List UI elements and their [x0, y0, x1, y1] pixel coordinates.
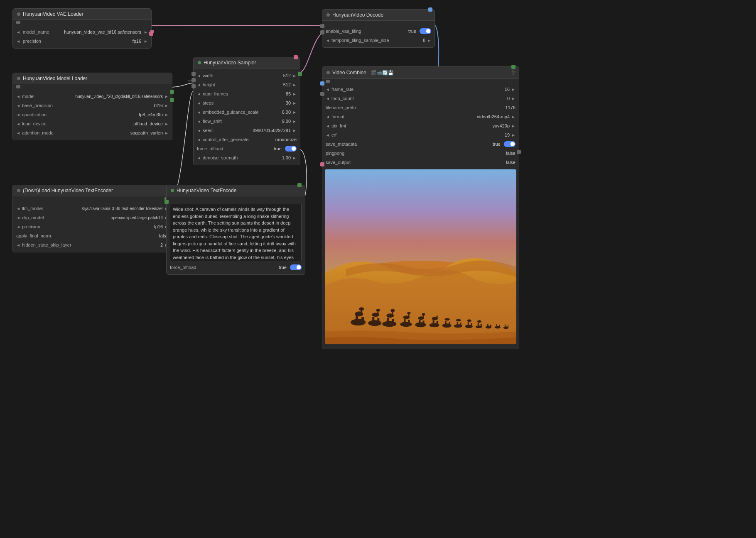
vae-decode-left-2[interactable] — [320, 30, 324, 34]
model-left-arrow[interactable]: ◄ — [16, 94, 20, 99]
svg-rect-34 — [437, 321, 438, 325]
field-quantization: ◄ quantization fp8_e4m3fn ► — [13, 110, 172, 119]
vae-decode-top-right[interactable] — [428, 7, 432, 12]
model-loader-top-connector[interactable] — [16, 85, 20, 88]
denoise-left-arrow[interactable]: ◄ — [197, 156, 201, 160]
crf-left-arrow[interactable]: ◄ — [326, 133, 330, 137]
precision-label: precision — [23, 39, 41, 44]
height-left-arrow[interactable]: ◄ — [197, 83, 201, 87]
pix-fmt-right-arrow[interactable]: ► — [511, 124, 515, 128]
sampler-output-connector[interactable] — [298, 72, 302, 76]
sampler-left-connector-3[interactable] — [191, 84, 196, 88]
vc-left-mid[interactable] — [320, 92, 324, 96]
text-encode-top-right-connector[interactable] — [297, 183, 302, 187]
seed-right-arrow[interactable]: ► — [292, 128, 297, 133]
vc-top-right-out[interactable] — [511, 65, 515, 69]
format-right-arrow[interactable]: ► — [511, 115, 515, 119]
num-frames-right-arrow[interactable]: ► — [292, 92, 297, 96]
steps-left-arrow[interactable]: ◄ — [197, 101, 201, 105]
svg-rect-42 — [457, 322, 458, 326]
base-precision-left-arrow[interactable]: ◄ — [16, 103, 20, 108]
field-te-precision: ◄ precision fp16 ► — [13, 222, 172, 231]
model-name-value: hunyuan_video_vae_bf16.safetensors — [51, 29, 142, 34]
base-precision-right-arrow[interactable]: ► — [164, 103, 169, 108]
model-name-right-arrow[interactable]: ► — [144, 30, 148, 34]
model-label: model — [22, 94, 34, 99]
force-offload-toggle[interactable] — [285, 146, 297, 152]
prompt-text[interactable]: Wide shot: A caravan of camels winds its… — [170, 203, 302, 261]
field-control-after: ◄ control_after_generate randomize — [194, 135, 300, 144]
precision-right-arrow[interactable]: ► — [144, 39, 148, 44]
svg-point-31 — [422, 313, 425, 315]
model-name-left-arrow[interactable]: ◄ — [16, 30, 20, 34]
vc-right-out[interactable] — [517, 150, 521, 154]
quant-right-arrow[interactable]: ► — [164, 112, 169, 117]
model-right-arrow[interactable]: ► — [164, 94, 169, 99]
crf-right-arrow[interactable]: ► — [511, 133, 515, 137]
field-clip-model: ◄ clip_model openai/clip-vit-large-patch… — [13, 213, 172, 222]
temporal-left-arrow[interactable]: ◄ — [326, 38, 330, 43]
vae-loader-top-connector[interactable] — [16, 21, 20, 24]
sampler-top-right-connector[interactable] — [294, 55, 298, 59]
attention-right-arrow[interactable]: ► — [164, 131, 169, 135]
text-encode-text-area[interactable]: Wide shot: A caravan of camels winds its… — [167, 203, 305, 261]
height-right-arrow[interactable]: ► — [292, 83, 297, 87]
field-save-output: save_output false — [322, 158, 519, 167]
field-precision: ◄ precision fp16 ► — [13, 37, 151, 46]
svg-rect-15 — [387, 318, 389, 325]
sampler-left-connector-2[interactable] — [191, 78, 196, 82]
llm-left-arrow[interactable]: ◄ — [16, 206, 20, 211]
help-button[interactable]: ? — [511, 69, 515, 76]
guidance-left-arrow[interactable]: ◄ — [197, 110, 201, 115]
steps-right-arrow[interactable]: ► — [292, 101, 297, 105]
precision-left-arrow[interactable]: ◄ — [16, 39, 20, 44]
loop-count-left-arrow[interactable]: ◄ — [326, 96, 330, 101]
guidance-right-arrow[interactable]: ► — [292, 110, 297, 115]
svg-rect-60 — [505, 324, 506, 328]
vc-left-bottom[interactable] — [320, 162, 324, 166]
model-loader-output-green2[interactable] — [170, 98, 174, 102]
field-enable-vae-tiling: enable_vae_tiling true — [322, 27, 434, 36]
clip-left-arrow[interactable]: ◄ — [16, 215, 20, 220]
pix-fmt-label: pix_fmt — [331, 123, 346, 128]
svg-rect-39 — [449, 322, 450, 326]
control-left-arrow[interactable]: ◄ — [197, 137, 201, 142]
frame-rate-right-arrow[interactable]: ► — [511, 87, 515, 92]
num-frames-left-arrow[interactable]: ◄ — [197, 92, 201, 96]
frame-rate-label: frame_rate — [331, 87, 353, 92]
temporal-right-arrow[interactable]: ► — [427, 38, 431, 43]
field-load-device: ◄ load_device offload_device ► — [13, 119, 172, 128]
model-loader-output-green[interactable] — [170, 90, 174, 94]
enable-tiling-toggle[interactable] — [420, 28, 431, 34]
svg-rect-51 — [481, 324, 482, 327]
quant-left-arrow[interactable]: ◄ — [16, 112, 20, 117]
guidance-value: 6.00 — [260, 110, 291, 115]
loop-count-right-arrow[interactable]: ► — [511, 96, 515, 101]
vae-decode-left-1[interactable] — [320, 24, 324, 28]
width-right-arrow[interactable]: ► — [292, 73, 297, 78]
te-force-offload-toggle[interactable] — [290, 264, 302, 270]
svg-rect-16 — [392, 319, 394, 325]
vc-top-left-gray[interactable] — [326, 80, 330, 83]
force-offload-value-text: true — [274, 146, 282, 151]
format-left-arrow[interactable]: ◄ — [326, 115, 330, 119]
field-model: ◄ model hunyuan_video_720_cfgdistill_bf1… — [13, 92, 172, 101]
load-device-left-arrow[interactable]: ◄ — [16, 122, 20, 126]
load-device-right-arrow[interactable]: ► — [164, 122, 169, 126]
text-encoder-header: (Down)Load HunyuanVideo TextEncoder — [13, 185, 172, 196]
vae-loader-output-connector[interactable] — [149, 32, 153, 36]
frame-rate-left-arrow[interactable]: ◄ — [326, 87, 330, 92]
flow-shift-left-arrow[interactable]: ◄ — [197, 119, 201, 124]
denoise-right-arrow[interactable]: ► — [292, 156, 297, 160]
flow-shift-right-arrow[interactable]: ► — [292, 119, 297, 124]
crf-value: 19 — [338, 132, 510, 137]
save-metadata-toggle[interactable] — [504, 141, 515, 147]
seed-left-arrow[interactable]: ◄ — [197, 128, 201, 133]
te-precision-left-arrow[interactable]: ◄ — [16, 225, 20, 229]
width-left-arrow[interactable]: ◄ — [197, 73, 201, 78]
field-width: ◄ width 512 ► — [194, 71, 300, 80]
pix-fmt-left-arrow[interactable]: ◄ — [326, 124, 330, 128]
sampler-left-connector-1[interactable] — [191, 72, 196, 76]
hidden-left-arrow[interactable]: ◄ — [16, 243, 20, 247]
attention-left-arrow[interactable]: ◄ — [16, 131, 20, 135]
